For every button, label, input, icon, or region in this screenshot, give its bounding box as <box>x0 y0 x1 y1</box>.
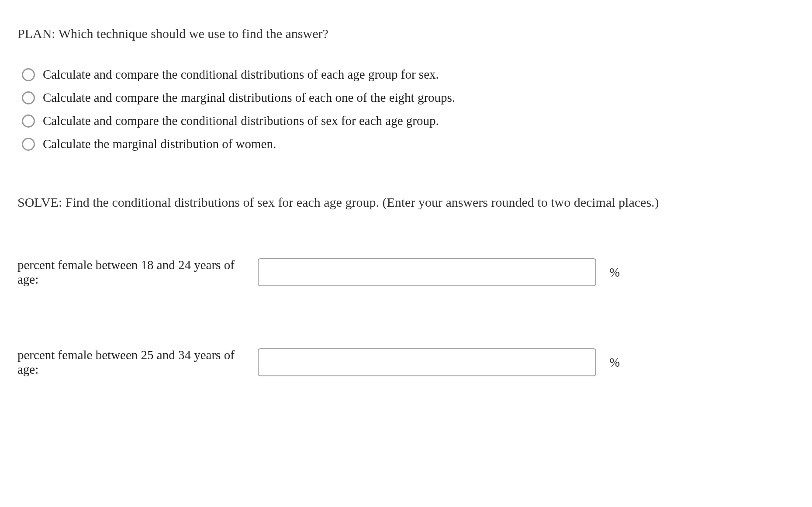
radio-button-2[interactable] <box>22 115 35 128</box>
option-row-1: Calculate and compare the marginal distr… <box>22 90 795 105</box>
option-label-0[interactable]: Calculate and compare the conditional di… <box>43 67 439 82</box>
option-label-2[interactable]: Calculate and compare the conditional di… <box>43 114 439 128</box>
option-label-1[interactable]: Calculate and compare the marginal distr… <box>43 90 455 105</box>
answer-input-1[interactable] <box>258 348 596 376</box>
answer-label-0: percent female between 18 and 24 years o… <box>17 258 258 287</box>
option-row-2: Calculate and compare the conditional di… <box>22 114 795 128</box>
radio-button-0[interactable] <box>22 68 35 81</box>
option-row-0: Calculate and compare the conditional di… <box>22 67 795 82</box>
radio-button-1[interactable] <box>22 91 35 104</box>
radio-button-3[interactable] <box>22 138 35 151</box>
answer-row-1: percent female between 25 and 34 years o… <box>17 348 795 377</box>
options-container: Calculate and compare the conditional di… <box>22 67 795 151</box>
percent-sign-0: % <box>609 265 620 280</box>
option-label-3[interactable]: Calculate the marginal distribution of w… <box>43 137 276 151</box>
plan-prompt: PLAN: Which technique should we use to f… <box>17 26 795 41</box>
solve-prompt: SOLVE: Find the conditional distribution… <box>17 195 795 210</box>
answer-row-0: percent female between 18 and 24 years o… <box>17 258 795 287</box>
option-row-3: Calculate the marginal distribution of w… <box>22 137 795 151</box>
percent-sign-1: % <box>609 355 620 370</box>
answer-input-0[interactable] <box>258 258 596 286</box>
answer-label-1: percent female between 25 and 34 years o… <box>17 348 258 377</box>
